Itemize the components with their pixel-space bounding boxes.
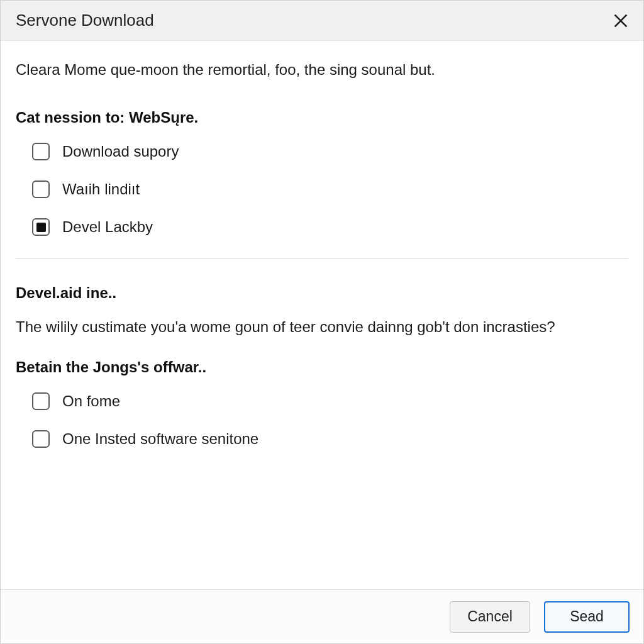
section1-heading: Cat nession to: WebSųre. [16, 109, 628, 126]
checkbox-label[interactable]: Waıih lindiıt [62, 180, 140, 198]
section3-heading: Betain the Jongs's offwar.. [16, 358, 628, 376]
checkbox-insted-software[interactable] [32, 430, 50, 448]
checkbox-row-insted-software: One Insted software senitone [32, 430, 628, 448]
cancel-button[interactable]: Cancel [450, 601, 530, 633]
checkbox-waiih-lindit[interactable] [32, 180, 50, 198]
section2-text: The wilily custimate you'a wome goun of … [16, 318, 628, 336]
section2-heading: Devel.aid ine.. [16, 284, 628, 302]
primary-button[interactable]: Sead [544, 601, 630, 633]
checkbox-devel-lackby[interactable] [32, 218, 50, 236]
titlebar: Servone Download [1, 1, 643, 41]
checkbox-label[interactable]: One Insted software senitone [62, 430, 258, 448]
dialog-content: Cleara Mome que-moon the remortial, foo,… [1, 41, 643, 589]
dialog-title: Servone Download [16, 11, 154, 30]
checkbox-row-devel-lackby: Devel Lackby [32, 218, 628, 236]
checkbox-label[interactable]: Download supory [62, 143, 179, 160]
close-button[interactable] [609, 9, 632, 32]
section1-options: Download supory Waıih lindiıt Devel Lack… [16, 143, 628, 236]
close-icon [612, 12, 630, 30]
checkbox-row-download-supory: Download supory [32, 143, 628, 160]
checkbox-download-supory[interactable] [32, 143, 50, 160]
checkbox-label[interactable]: Devel Lackby [62, 218, 153, 236]
intro-text: Cleara Mome que-moon the remortial, foo,… [16, 61, 628, 79]
checkbox-row-waiih-lindit: Waıih lindiıt [32, 180, 628, 198]
checkbox-on-fome[interactable] [32, 392, 50, 410]
checkbox-label[interactable]: On fome [62, 392, 120, 410]
section3-options: On fome One Insted software senitone [16, 392, 628, 448]
dialog-footer: Cancel Sead [1, 589, 643, 643]
divider [16, 258, 628, 259]
checkbox-row-on-fome: On fome [32, 392, 628, 410]
dialog-window: Servone Download Cleara Mome que-moon th… [0, 0, 644, 644]
